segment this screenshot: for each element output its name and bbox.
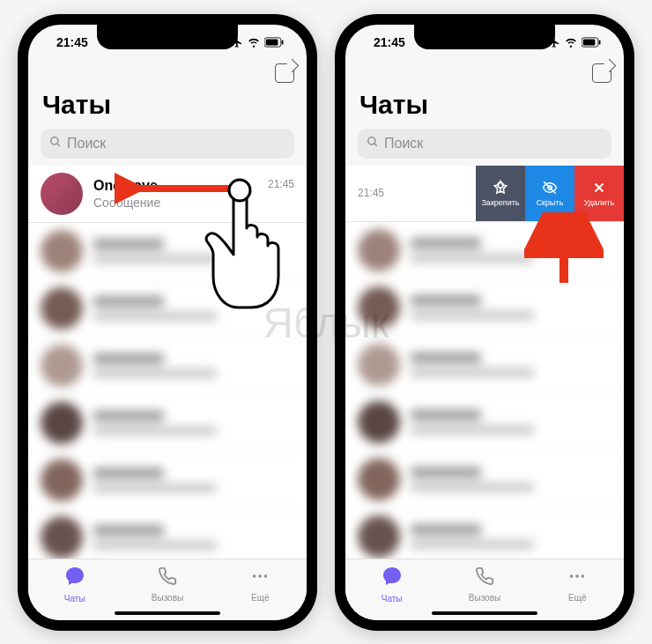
screen-left: 21:45 Чаты Поиск One Love Сообще: [28, 25, 307, 620]
phone-icon: [158, 566, 177, 591]
compose-icon[interactable]: [592, 63, 611, 83]
tab-label: Ещё: [568, 593, 586, 603]
svg-point-23: [582, 574, 585, 578]
search-icon: [49, 136, 62, 151]
svg-point-3: [51, 137, 58, 144]
swipe-action-pin[interactable]: Закрепить: [476, 166, 525, 221]
svg-rect-11: [583, 39, 596, 45]
tab-chats[interactable]: Чаты: [28, 559, 121, 620]
wifi-icon: [564, 36, 578, 48]
chat-bubble-icon: [64, 566, 85, 592]
notch: [97, 25, 238, 49]
svg-point-13: [368, 137, 375, 144]
chat-row-blurred[interactable]: [28, 395, 307, 452]
action-label: Удалить: [584, 198, 614, 207]
avatar: [41, 173, 83, 215]
status-icons: [548, 36, 606, 48]
eye-off-icon: [542, 180, 558, 196]
chat-row-active[interactable]: One Love Сообщение 21:45: [28, 166, 307, 223]
chat-row-blurred[interactable]: [345, 508, 624, 566]
chat-time: 21:45: [358, 187, 384, 199]
tab-label: Чаты: [64, 594, 85, 603]
pin-icon: [493, 180, 508, 196]
tab-label: Вызовы: [469, 593, 500, 603]
swipe-action-delete[interactable]: Удалить: [574, 166, 624, 221]
chat-row-blurred[interactable]: [345, 451, 624, 508]
tab-chats[interactable]: Чаты: [345, 559, 438, 620]
chat-time: 21:45: [268, 178, 294, 190]
tab-more[interactable]: Ещё: [531, 559, 624, 620]
more-icon: [250, 566, 270, 591]
svg-point-22: [575, 574, 579, 578]
tab-label: Ещё: [251, 593, 269, 603]
search-placeholder: Поиск: [67, 136, 106, 152]
compose-icon[interactable]: [275, 63, 294, 83]
screen-right: 21:45 Чаты Поиск 21:45: [345, 25, 624, 620]
chat-list: One Love Сообщение 21:45: [28, 166, 307, 620]
chat-message: Сообщение: [93, 196, 268, 210]
chat-row-blurred[interactable]: [345, 394, 624, 451]
page-title: Чаты: [359, 90, 610, 120]
chat-name: One Love: [93, 178, 268, 194]
chat-row-swiped[interactable]: 21:45 Закрепить Скрыть Удалить: [345, 166, 624, 222]
header: [28, 60, 307, 90]
status-icons: [231, 36, 289, 48]
home-indicator[interactable]: [432, 611, 537, 615]
title-row: Чаты: [28, 90, 307, 129]
chat-row-blurred[interactable]: [345, 337, 624, 394]
svg-line-4: [57, 144, 60, 146]
tab-more[interactable]: Ещё: [214, 559, 307, 620]
chat-row-blurred[interactable]: [345, 279, 624, 337]
tab-label: Чаты: [382, 594, 403, 603]
header: [345, 60, 624, 90]
search-icon: [367, 136, 379, 151]
notch: [414, 25, 555, 49]
chat-row-blurred[interactable]: [28, 337, 307, 395]
chat-row-blurred[interactable]: [28, 280, 307, 337]
title-row: Чаты: [345, 90, 624, 129]
phone-right: 21:45 Чаты Поиск 21:45: [335, 14, 634, 631]
svg-point-21: [570, 574, 574, 578]
close-icon: [591, 180, 607, 196]
svg-rect-2: [282, 40, 284, 44]
svg-point-5: [253, 574, 256, 578]
action-label: Скрыть: [537, 198, 564, 207]
phone-left: 21:45 Чаты Поиск One Love Сообще: [18, 14, 317, 631]
svg-point-6: [258, 574, 262, 578]
page-title: Чаты: [42, 90, 293, 120]
wifi-icon: [247, 36, 261, 48]
svg-rect-12: [599, 40, 601, 44]
battery-icon: [582, 37, 603, 48]
phone-icon: [475, 566, 494, 591]
home-indicator[interactable]: [115, 611, 220, 615]
status-time: 21:45: [46, 35, 88, 49]
chat-bubble-icon: [382, 566, 403, 592]
svg-rect-1: [266, 39, 278, 45]
svg-point-7: [264, 574, 268, 578]
chat-row-blurred[interactable]: [28, 509, 307, 566]
chat-list: 21:45 Закрепить Скрыть Удалить: [345, 166, 624, 620]
chat-row-blurred[interactable]: [345, 222, 624, 279]
swipe-action-hide[interactable]: Скрыть: [525, 166, 574, 221]
search-input[interactable]: Поиск: [358, 129, 611, 159]
search-placeholder: Поиск: [384, 136, 423, 152]
chat-row-blurred[interactable]: [28, 452, 307, 509]
action-label: Закрепить: [481, 198, 519, 207]
tab-label: Вызовы: [152, 593, 183, 603]
more-icon: [567, 566, 587, 591]
status-time: 21:45: [363, 35, 405, 49]
svg-line-14: [374, 144, 377, 146]
battery-icon: [264, 37, 285, 48]
search-input[interactable]: Поиск: [41, 129, 294, 159]
chat-row-blurred[interactable]: [28, 223, 307, 280]
